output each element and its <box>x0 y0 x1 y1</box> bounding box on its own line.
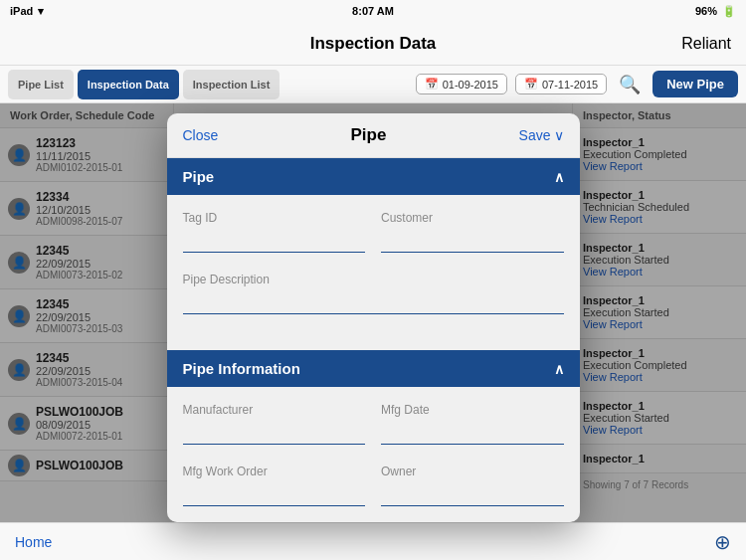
modal-title: Pipe <box>350 125 386 145</box>
form-row: Mfg Work Order Owner <box>183 465 564 506</box>
status-right: 96% 🔋 <box>695 5 736 18</box>
main-content: Work Order, Schedule Code 👤 123123 11/11… <box>0 103 746 560</box>
home-link[interactable]: Home <box>15 534 52 550</box>
pipe-section-header[interactable]: Pipe ∧ <box>167 158 580 195</box>
pipe-info-section-body: Manufacturer Mfg Date Mfg Work Order Own… <box>167 387 580 522</box>
tab-inspection-data[interactable]: Inspection Data <box>78 70 179 99</box>
mfg-work-order-field: Mfg Work Order <box>183 465 366 506</box>
form-row: Manufacturer Mfg Date <box>183 403 564 445</box>
mfg-date-label: Mfg Date <box>381 403 564 417</box>
customer-input[interactable] <box>381 229 564 253</box>
modal-save-button[interactable]: Save ∨ <box>519 127 564 143</box>
date-filter-1-value: 01-09-2015 <box>443 79 498 91</box>
modal-dialog: Close Pipe Save ∨ Pipe ∧ Tag ID <box>167 113 580 522</box>
pipe-info-section-chevron: ∧ <box>554 361 564 377</box>
mfg-date-input[interactable] <box>381 421 564 445</box>
tag-id-label: Tag ID <box>183 211 366 225</box>
save-label: Save <box>519 127 551 143</box>
owner-field: Owner <box>381 465 564 506</box>
pipe-description-input[interactable] <box>183 290 564 314</box>
battery-icon: 🔋 <box>722 5 736 18</box>
customer-field: Customer <box>381 211 564 253</box>
pipe-info-section-header[interactable]: Pipe Information ∧ <box>167 350 580 387</box>
search-button[interactable]: 🔍 <box>615 70 645 99</box>
pipe-section-label: Pipe <box>183 168 215 185</box>
manufacturer-label: Manufacturer <box>183 403 366 417</box>
pipe-description-label: Pipe Description <box>183 273 564 286</box>
reliant-label: Reliant <box>681 35 731 53</box>
status-bar: iPad ▾ 8:07 AM 96% 🔋 <box>0 0 746 22</box>
bottom-nav: Home ⊕ <box>0 522 746 560</box>
tab-bar-right: 📅 01-09-2015 📅 07-11-2015 🔍 New Pipe <box>416 70 738 99</box>
calendar-icon-2: 📅 <box>524 78 538 91</box>
modal-overlay: Close Pipe Save ∨ Pipe ∧ Tag ID <box>0 103 746 522</box>
pipe-section-chevron: ∧ <box>554 169 564 185</box>
tab-pipe-list[interactable]: Pipe List <box>8 70 74 99</box>
mfg-date-field: Mfg Date <box>381 403 564 445</box>
tag-id-input[interactable] <box>183 229 366 253</box>
manufacturer-field: Manufacturer <box>183 403 366 445</box>
form-row: Tag ID Customer <box>183 211 564 253</box>
compass-icon[interactable]: ⊕ <box>714 530 731 554</box>
tab-bar: Pipe List Inspection Data Inspection Lis… <box>0 66 746 103</box>
chevron-down-icon: ∨ <box>554 127 564 143</box>
pipe-info-section-label: Pipe Information <box>183 360 300 377</box>
wifi-icon: ▾ <box>38 5 44 18</box>
manufacturer-input[interactable] <box>183 421 366 445</box>
date-filter-2-value: 07-11-2015 <box>542 79 598 91</box>
app-header: Inspection Data Reliant <box>0 22 746 66</box>
battery-level: 96% <box>695 5 717 17</box>
customer-label: Customer <box>381 211 564 225</box>
pipe-description-field: Pipe Description <box>183 273 564 314</box>
owner-label: Owner <box>381 465 564 478</box>
status-left: iPad ▾ <box>10 5 44 18</box>
calendar-icon: 📅 <box>425 78 439 91</box>
mfg-work-order-label: Mfg Work Order <box>183 465 366 478</box>
modal-close-button[interactable]: Close <box>183 127 219 143</box>
date-filter-1[interactable]: 📅 01-09-2015 <box>416 74 507 94</box>
date-filter-2[interactable]: 📅 07-11-2015 <box>515 74 607 94</box>
tab-inspection-list[interactable]: Inspection List <box>183 70 280 99</box>
modal-header: Close Pipe Save ∨ <box>167 113 580 158</box>
app-title: Inspection Data <box>310 34 437 54</box>
owner-input[interactable] <box>381 482 564 506</box>
pipe-section-body: Tag ID Customer Pipe Description <box>167 195 580 350</box>
mfg-work-order-input[interactable] <box>183 482 366 506</box>
device-label: iPad <box>10 5 33 17</box>
status-time: 8:07 AM <box>352 5 394 17</box>
tag-id-field: Tag ID <box>183 211 366 253</box>
new-pipe-button[interactable]: New Pipe <box>653 71 738 97</box>
